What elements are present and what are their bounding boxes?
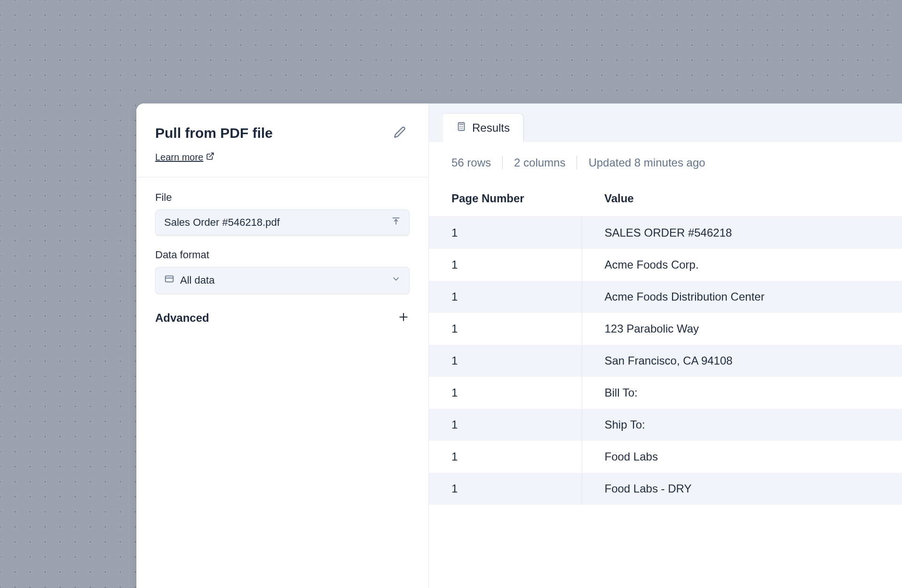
cell-value: San Francisco, CA 94108 xyxy=(582,345,902,377)
table-header-row: Page Number Value xyxy=(429,181,902,217)
file-selector-content: Sales Order #546218.pdf xyxy=(164,216,280,229)
cell-page: 1 xyxy=(429,345,582,377)
results-panel: Results 56 rows 2 columns Updated 8 minu… xyxy=(429,103,902,588)
file-selector-value: Sales Order #546218.pdf xyxy=(164,216,280,229)
cell-page: 1 xyxy=(429,409,582,441)
tab-bar: Results xyxy=(429,103,902,142)
table-icon xyxy=(164,274,174,287)
column-header-value: Value xyxy=(582,181,902,217)
cell-value: 123 Parabolic Way xyxy=(582,313,902,345)
learn-more-label: Learn more xyxy=(155,152,203,163)
svg-rect-3 xyxy=(166,276,174,282)
results-table: Page Number Value 1 SALES ORDER #546218 … xyxy=(429,181,902,505)
file-label: File xyxy=(155,191,410,204)
file-selector[interactable]: Sales Order #546218.pdf xyxy=(155,209,410,236)
table-row[interactable]: 1 Food Labs - DRY xyxy=(429,473,902,505)
data-format-label: Data format xyxy=(155,249,410,261)
status-bar: 56 rows 2 columns Updated 8 minutes ago xyxy=(429,142,902,181)
edit-button[interactable] xyxy=(390,122,410,143)
table-row[interactable]: 1 Bill To: xyxy=(429,377,902,409)
status-columns: 2 columns xyxy=(503,156,577,169)
advanced-expand-button[interactable] xyxy=(397,311,410,325)
table-row[interactable]: 1 San Francisco, CA 94108 xyxy=(429,345,902,377)
table-row[interactable]: 1 123 Parabolic Way xyxy=(429,313,902,345)
cell-value: Food Labs xyxy=(582,441,902,473)
external-link-icon xyxy=(206,152,214,163)
table-row[interactable]: 1 SALES ORDER #546218 xyxy=(429,217,902,249)
config-header: Pull from PDF file Learn more xyxy=(136,103,428,177)
chevron-down-icon xyxy=(391,274,401,286)
learn-more-link[interactable]: Learn more xyxy=(155,152,214,163)
plus-icon xyxy=(397,311,410,325)
tab-results[interactable]: Results xyxy=(443,114,523,142)
results-content: 56 rows 2 columns Updated 8 minutes ago … xyxy=(429,142,902,588)
cell-page: 1 xyxy=(429,217,582,249)
table-row[interactable]: 1 Food Labs xyxy=(429,441,902,473)
cell-value: Acme Foods Distribution Center xyxy=(582,281,902,313)
calculator-icon xyxy=(456,121,467,135)
pencil-icon xyxy=(394,126,406,140)
data-format-content: All data xyxy=(164,274,214,287)
status-rows: 56 rows xyxy=(451,156,503,169)
table-row[interactable]: 1 Acme Foods Corp. xyxy=(429,249,902,281)
upload-icon xyxy=(391,216,401,229)
cell-value: Ship To: xyxy=(582,409,902,441)
cell-page: 1 xyxy=(429,473,582,505)
cell-page: 1 xyxy=(429,377,582,409)
cell-value: Acme Foods Corp. xyxy=(582,249,902,281)
data-format-selector[interactable]: All data xyxy=(155,267,410,294)
svg-line-0 xyxy=(210,153,214,157)
title-row: Pull from PDF file xyxy=(155,122,410,143)
cell-page: 1 xyxy=(429,281,582,313)
main-panel: Pull from PDF file Learn more xyxy=(136,103,902,588)
table-row[interactable]: 1 Acme Foods Distribution Center xyxy=(429,281,902,313)
advanced-toggle[interactable]: Advanced xyxy=(155,307,410,328)
cell-value: SALES ORDER #546218 xyxy=(582,217,902,249)
data-format-value: All data xyxy=(180,274,214,286)
cell-value: Bill To: xyxy=(582,377,902,409)
advanced-label: Advanced xyxy=(155,311,209,325)
cell-value: Food Labs - DRY xyxy=(582,473,902,505)
table-row[interactable]: 1 Ship To: xyxy=(429,409,902,441)
status-updated: Updated 8 minutes ago xyxy=(577,156,716,169)
cell-page: 1 xyxy=(429,441,582,473)
config-panel: Pull from PDF file Learn more xyxy=(136,103,429,588)
cell-page: 1 xyxy=(429,249,582,281)
cell-page: 1 xyxy=(429,313,582,345)
column-header-page: Page Number xyxy=(429,181,582,217)
config-body: File Sales Order #546218.pdf Data format xyxy=(136,177,428,342)
tab-label: Results xyxy=(472,121,510,135)
panel-title: Pull from PDF file xyxy=(155,125,273,141)
